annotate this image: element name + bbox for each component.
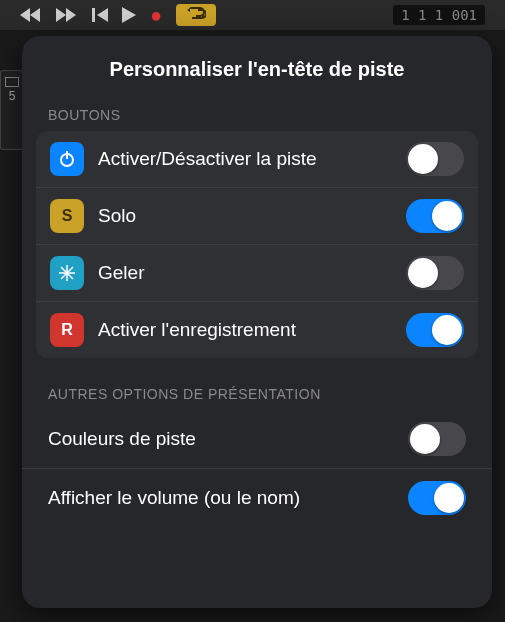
fast-forward-icon[interactable] — [56, 8, 78, 22]
switch-show-volume[interactable] — [408, 481, 466, 515]
display-options-group: Couleurs de piste Afficher le volume (ou… — [22, 410, 492, 527]
customize-header-popover: Personnaliser l'en-tête de piste BOUTONS… — [22, 36, 492, 608]
transport-toolbar: ● 1 1 1 001 — [0, 0, 505, 30]
switch-solo[interactable] — [406, 199, 464, 233]
row-solo: S Solo — [36, 188, 478, 245]
skip-back-icon[interactable] — [92, 8, 108, 22]
row-show-volume: Afficher le volume (ou le nom) — [22, 469, 492, 527]
play-icon[interactable] — [122, 7, 136, 23]
row-label: Afficher le volume (ou le nom) — [48, 487, 408, 509]
switch-freeze[interactable] — [406, 256, 464, 290]
row-label: Geler — [98, 262, 406, 284]
rewind-icon[interactable] — [20, 8, 42, 22]
solo-icon: S — [50, 199, 84, 233]
track-strip: 5 — [0, 70, 24, 150]
switch-track-colors[interactable] — [408, 422, 466, 456]
row-label: Activer/Désactiver la piste — [98, 148, 406, 170]
row-toggle-track: Activer/Désactiver la piste — [36, 131, 478, 188]
switch-toggle-track[interactable] — [406, 142, 464, 176]
row-label: Activer l'enregistrement — [98, 319, 406, 341]
record-enable-icon: R — [50, 313, 84, 347]
svg-rect-0 — [92, 8, 95, 22]
loop-button[interactable] — [176, 4, 216, 26]
popover-title: Personnaliser l'en-tête de piste — [22, 58, 492, 81]
switch-record-enable[interactable] — [406, 313, 464, 347]
row-label: Solo — [98, 205, 406, 227]
buttons-group: Activer/Désactiver la piste S Solo Geler… — [36, 131, 478, 358]
power-icon — [50, 142, 84, 176]
snowflake-icon — [50, 256, 84, 290]
row-track-colors: Couleurs de piste — [22, 410, 492, 469]
row-record-enable: R Activer l'enregistrement — [36, 302, 478, 358]
section-header-display: AUTRES OPTIONS DE PRÉSENTATION — [22, 386, 492, 410]
record-icon[interactable]: ● — [150, 4, 162, 27]
row-freeze: Geler — [36, 245, 478, 302]
row-label: Couleurs de piste — [48, 428, 408, 450]
section-header-buttons: BOUTONS — [22, 107, 492, 131]
position-counter: 1 1 1 001 — [393, 5, 485, 25]
